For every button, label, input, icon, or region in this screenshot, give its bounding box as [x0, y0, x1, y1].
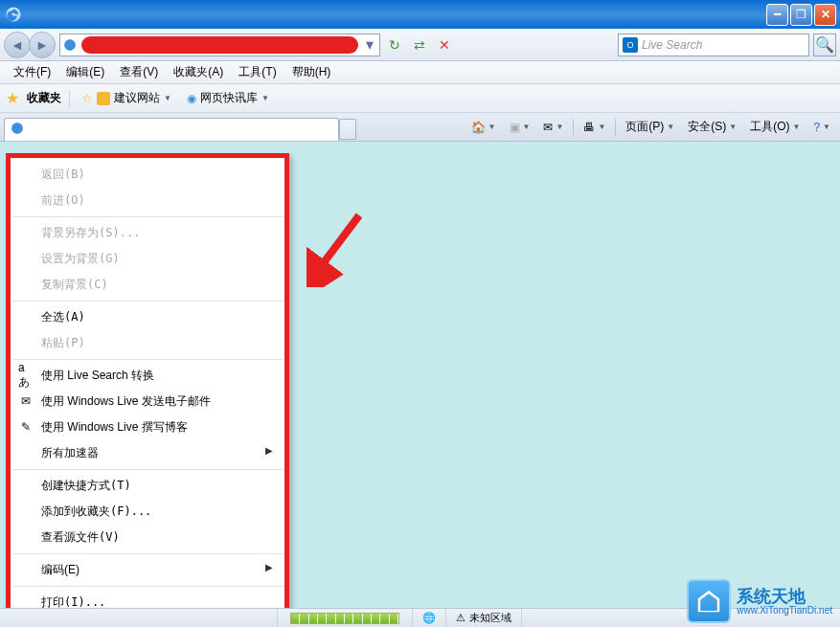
menu-bar: 文件(F) 编辑(E) 查看(V) 收藏夹(A) 工具(T) 帮助(H) [0, 61, 840, 84]
home-icon: 🏠 [471, 121, 486, 134]
search-placeholder: Live Search [642, 38, 805, 52]
dropdown-icon: ▼ [164, 94, 171, 102]
globe-icon: 🌐 [422, 612, 436, 624]
fav-webslices-label: 网页快讯库 [200, 90, 258, 106]
menu-view[interactable]: 查看(V) [112, 62, 166, 82]
cm-save-bg: 背景另存为(S)... [11, 220, 284, 246]
menu-file[interactable]: 文件(F) [6, 62, 58, 82]
mail-button[interactable]: ✉▼ [537, 119, 569, 136]
cm-back: 返回(B) [11, 162, 284, 188]
browser-tab[interactable] [4, 118, 339, 141]
cm-set-bg: 设置为背景(G) [11, 246, 284, 272]
page-icon: ◉ [187, 92, 196, 105]
toolbar-page[interactable]: 页面(P)▼ [620, 117, 680, 137]
refresh-icon[interactable]: ↻ [384, 34, 405, 56]
mail-icon: ✉ [18, 393, 34, 409]
tab-page-icon [11, 122, 24, 137]
window-maximize-button[interactable]: ❐ [790, 4, 812, 26]
search-box[interactable]: O Live Search [618, 34, 809, 56]
favorites-bar: ★ 收藏夹 ☆ 建议网站 ▼ ◉ 网页快讯库 ▼ [0, 84, 840, 113]
fav-suggest-sites[interactable]: ☆ 建议网站 ▼ [78, 88, 175, 108]
dropdown-icon: ▼ [261, 94, 269, 102]
home-button[interactable]: 🏠▼ [465, 119, 502, 136]
search-go-button[interactable]: 🔍 [813, 34, 836, 56]
nav-forward-button[interactable]: ► [29, 32, 56, 58]
cm-encoding[interactable]: 编码(E)▶ [11, 557, 284, 583]
cm-paste: 粘贴(P) [11, 330, 284, 356]
favorites-star-icon[interactable]: ★ [6, 89, 19, 107]
toolbar-tools[interactable]: 工具(O)▼ [744, 117, 806, 137]
rss-icon: ▣ [510, 121, 520, 134]
fav-webslices[interactable]: ◉ 网页快讯库 ▼ [183, 88, 273, 108]
cm-forward: 前进(O) [11, 188, 284, 213]
cm-create-shortcut[interactable]: 创建快捷方式(T) [11, 473, 284, 499]
window-minimize-button[interactable]: ━ [766, 4, 788, 26]
new-tab-button[interactable] [339, 119, 356, 140]
cm-live-blog[interactable]: ✎使用 Windows Live 撰写博客 [11, 414, 284, 440]
url-redacted [81, 36, 358, 54]
cm-select-all[interactable]: 全选(A) [11, 304, 284, 330]
cm-add-favorite[interactable]: 添加到收藏夹(F)... [11, 499, 284, 525]
bing-icon [97, 92, 110, 105]
cm-view-source[interactable]: 查看源文件(V) [11, 525, 284, 550]
menu-edit[interactable]: 编辑(E) [58, 62, 112, 82]
cm-live-translate[interactable]: aあ使用 Live Search 转换 [11, 363, 284, 389]
stop-icon[interactable]: ✕ [434, 34, 455, 56]
printer-icon: 🖶 [583, 121, 595, 134]
tab-toolbar-row: 🏠▼ ▣▼ ✉▼ 🖶▼ 页面(P)▼ 安全(S)▼ 工具(O)▼ ?▼ [0, 113, 840, 142]
status-icon: 🌐 [413, 609, 446, 627]
ie-logo-icon [4, 5, 23, 24]
status-progress [278, 609, 413, 627]
compat-view-icon[interactable]: ⇄ [409, 34, 430, 56]
menu-tools[interactable]: 工具(T) [231, 62, 284, 82]
search-provider-icon: O [623, 37, 638, 53]
watermark: 系统天地 www.XiTongTianDi.net [687, 579, 832, 623]
address-bar[interactable]: ▾ [59, 34, 380, 56]
cm-live-email[interactable]: ✉使用 Windows Live 发送电子邮件 [11, 389, 284, 414]
help-button[interactable]: ?▼ [807, 119, 836, 136]
toolbar-safety[interactable]: 安全(S)▼ [682, 117, 742, 137]
shield-icon: ⚠ [456, 612, 465, 624]
feed-button[interactable]: ▣▼ [504, 119, 536, 136]
window-close-button[interactable]: ✕ [814, 4, 836, 26]
star-icon: ☆ [81, 91, 93, 105]
menu-help[interactable]: 帮助(H) [284, 62, 339, 82]
blog-icon: ✎ [18, 419, 34, 435]
translate-icon: aあ [18, 368, 34, 383]
watermark-url: www.XiTongTianDi.net [737, 605, 832, 616]
submenu-arrow-icon: ▶ [265, 445, 273, 456]
navigation-bar: ◄ ► ▾ ↻ ⇄ ✕ O Live Search 🔍 [0, 29, 840, 61]
submenu-arrow-icon: ▶ [265, 562, 273, 572]
mail-icon: ✉ [543, 121, 553, 134]
fav-suggest-label: 建议网站 [114, 90, 160, 106]
cm-all-accelerators[interactable]: 所有加速器▶ [11, 440, 284, 466]
cm-copy-bg: 复制背景(C) [11, 272, 284, 298]
window-title-bar: ━ ❐ ✕ [0, 0, 840, 29]
help-icon: ? [813, 121, 820, 134]
status-zone: ⚠未知区域 [446, 609, 522, 627]
watermark-logo-icon [687, 579, 731, 623]
page-icon [62, 37, 78, 53]
status-text [0, 609, 278, 627]
nav-back-button[interactable]: ◄ [4, 32, 31, 58]
favorites-label[interactable]: 收藏夹 [27, 90, 61, 106]
print-button[interactable]: 🖶▼ [578, 119, 611, 136]
menu-favorites[interactable]: 收藏夹(A) [166, 62, 231, 82]
context-menu: 返回(B) 前进(O) 背景另存为(S)... 设置为背景(G) 复制背景(C)… [6, 153, 289, 627]
watermark-title: 系统天地 [737, 588, 832, 605]
address-dropdown-icon[interactable]: ▾ [362, 35, 377, 54]
